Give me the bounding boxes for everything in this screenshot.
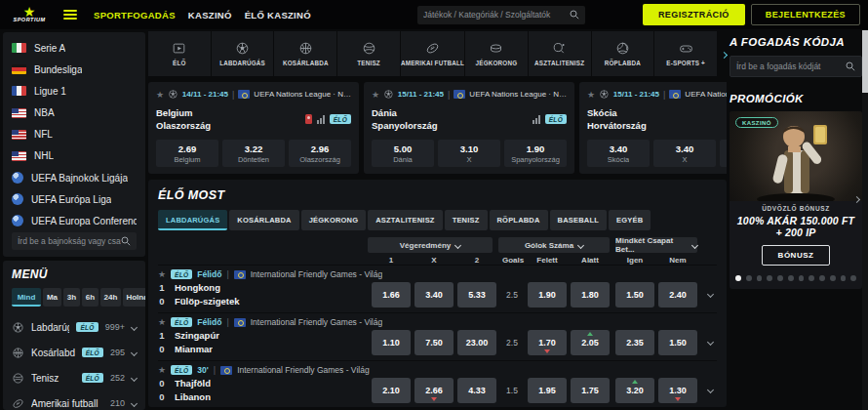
sidebar-item-serie-a[interactable]: Serie A [12,37,137,59]
filter-6h[interactable]: 6h [82,288,99,307]
odds-button[interactable]: 2.10Horvátország [720,140,727,167]
match-tracker-icon[interactable] [305,114,312,124]
carousel-dot[interactable] [735,275,741,281]
odds-button[interactable]: 1.50 [615,282,654,308]
filter-3h[interactable]: 3h [63,288,80,307]
sidebar-sport-amerikai-futball[interactable]: Amerikai futball 210 [12,390,137,410]
odds-button[interactable]: 1.50 [658,330,697,355]
filter-holnap[interactable]: Holnap [123,288,145,307]
promo-card[interactable]: KASZINÓ ÜDVÖZLŐ BÓNUSZ 100% AKÁR 150.000… [730,111,862,289]
livetab-labdarugas[interactable]: LABDARÚGÁS [158,210,227,230]
livetab-kosarlabda[interactable]: KOSÁRLABDA [229,210,298,230]
carousel-dot[interactable] [799,275,805,281]
odds-button[interactable]: 2.69Belgium [156,140,218,167]
promo-next-arrow[interactable] [854,193,859,204]
livetab-jegkorong[interactable]: JÉGKORONG [301,210,367,230]
league-search-input[interactable] [18,236,121,246]
tab-esports[interactable]: E-SPORTS + [654,31,717,76]
odds-button[interactable]: 3.20 [615,378,654,403]
livetab-asztalitenisz[interactable]: ASZTALITENISZ [368,210,442,230]
bonus-button[interactable]: BÓNUSZ [762,245,831,266]
sidebar-item-uefa-conference-league[interactable]: UEFA Europa Conference League [12,210,137,231]
sidebar-sport-tenisz[interactable]: Tenisz ÉLŐ 252 [12,365,137,390]
odds-button[interactable]: 2.05 [571,330,610,355]
tab-asztalitenisz[interactable]: ASZTALITENISZ [529,31,591,76]
livetab-egyeb[interactable]: EGYÉB [609,210,651,230]
login-button[interactable]: BEJELENTKEZÉS [751,4,860,25]
favorite-star-icon[interactable]: ★ [158,269,166,279]
tab-tenisz[interactable]: TENISZ [337,31,400,76]
odds-button[interactable]: 4.33 [457,378,496,403]
stats-icon[interactable] [317,115,325,124]
nav-elo-kaszino[interactable]: ÉLŐ KASZINÓ [245,10,311,20]
market-dropdown-vegeredmeny[interactable]: Végeredmény [368,237,493,253]
livetab-roplabda[interactable]: RÖPLABDA [490,210,548,230]
match-row[interactable]: ★ ÉLŐ Félidő | International Friendly Ga… [158,265,717,312]
stats-icon[interactable] [533,115,540,124]
featured-card[interactable]: ★ 15/11 - 21:45 | UEFA Nations League · … [579,82,727,174]
tab-elo[interactable]: ÉLŐ [148,31,211,76]
favorite-star-icon[interactable]: ★ [372,90,379,100]
match-row[interactable]: ★ ÉLŐ 30' | International Friendly Games… [158,360,717,407]
carousel-dot[interactable] [830,275,836,281]
livetab-baseball[interactable]: BASEBALL [550,210,607,230]
favorite-star-icon[interactable]: ★ [158,365,166,375]
carousel-dot[interactable] [850,275,856,281]
sidebar-item-uefa-bajnokok-ligaja[interactable]: UEFA Bajnokok Ligája [12,167,137,188]
market-dropdown-mindket-csapat[interactable]: Mindkét Csapat Bet... [615,237,697,253]
odds-button[interactable]: 2.10 [372,378,411,403]
games-search-input[interactable] [423,10,570,20]
betcode-input[interactable] [736,62,846,71]
expand-row-chevron[interactable] [703,388,717,392]
hamburger-menu-icon[interactable] [63,10,77,20]
tab-jegkorong[interactable]: JÉGKORONG [465,31,528,76]
nav-kaszino[interactable]: KASZINÓ [188,10,232,20]
odds-button[interactable]: 1.95 [528,378,567,403]
league-search[interactable] [12,232,137,250]
odds-button[interactable]: 1.90 [528,282,567,308]
odds-button[interactable]: 3.40Skócia [587,140,650,167]
odds-button[interactable]: 2.35 [615,330,654,355]
sidebar-item-nhl[interactable]: NHL [12,145,137,167]
odds-button[interactable]: 3.40 [414,282,454,308]
tabs-scroll-right[interactable] [722,49,727,60]
odds-button[interactable]: 23.00 [457,330,496,355]
favorite-star-icon[interactable]: ★ [156,90,164,100]
carousel-dot[interactable] [746,275,752,281]
featured-card[interactable]: ★ 15/11 - 21:45 | UEFA Nations League · … [364,82,574,174]
scrollbar-thumb[interactable] [862,30,868,93]
filter-mind[interactable]: Mind [12,288,41,307]
carousel-dot[interactable] [767,275,772,281]
odds-button[interactable]: 1.66 [372,282,411,308]
tab-kosarlabda[interactable]: KOSÁRLABDA [274,31,336,76]
odds-button[interactable]: 1.10 [372,330,411,355]
odds-button[interactable]: 2.66 [414,378,454,403]
sportium-logo[interactable]: ★ SPORTIUM [8,7,51,22]
odds-button[interactable]: 1.70 [528,330,567,355]
nav-sportfogadas[interactable]: SPORTFOGADÁS [94,10,176,20]
expand-row-chevron[interactable] [703,340,717,345]
odds-button[interactable]: 1.80 [571,282,610,308]
odds-button[interactable]: 3.22Döntetlen [222,140,285,167]
odds-button[interactable]: 3.10X [438,140,500,167]
match-row[interactable]: ★ ÉLŐ Félidő | International Friendly Ga… [158,312,717,360]
filter-24h[interactable]: 24h [100,288,121,307]
tab-roplabda[interactable]: RÖPLABDA [592,31,654,76]
carousel-dot[interactable] [819,275,825,281]
market-dropdown-golok-szama[interactable]: Gólok Száma [498,237,610,253]
sidebar-item-uefa-europa-liga[interactable]: UEFA Európa Liga [12,188,137,210]
sidebar-item-ligue-1[interactable]: Ligue 1 [12,80,137,102]
sidebar-item-nba[interactable]: NBA [12,102,137,124]
favorite-star-icon[interactable]: ★ [587,90,595,100]
odds-button[interactable]: 5.33 [457,282,496,308]
odds-button[interactable]: 1.90Spanyolország [504,140,567,167]
carousel-dot[interactable] [788,275,794,281]
sidebar-item-bundesliga[interactable]: Bundesliga [12,59,137,80]
featured-card[interactable]: ★ 14/11 - 21:45 | UEFA Nations League · … [148,82,359,174]
sidebar-sport-kosarlabda[interactable]: Kosárlabda ÉLŐ 295 [12,340,137,365]
odds-button[interactable]: 2.40 [658,282,697,308]
carousel-dot[interactable] [841,275,847,281]
carousel-dot[interactable] [809,275,814,281]
odds-button[interactable]: 7.50 [414,330,454,355]
expand-row-chevron[interactable] [703,292,717,297]
